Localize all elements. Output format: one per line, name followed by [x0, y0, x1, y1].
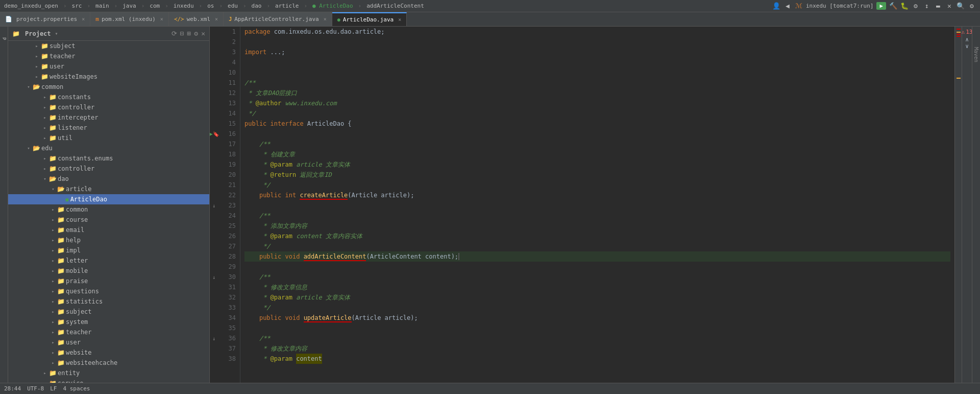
- folder-icon: 📂: [57, 186, 64, 193]
- status-bar: 28:44 UTF-8 LF 4 spaces: [0, 383, 980, 394]
- tab-article-dao[interactable]: ● ArticleDao.java ×: [332, 12, 407, 26]
- tree-item-email[interactable]: 📁 email: [8, 225, 209, 235]
- tree-item-user2[interactable]: 📁 user: [8, 337, 209, 347]
- folder-icon: 📁: [41, 73, 48, 80]
- tree-item-constants-enums[interactable]: 📁 constants.enums: [8, 153, 209, 164]
- code-line-31: * 修改文章信息: [244, 282, 950, 292]
- tree-item-statistics[interactable]: 📁 statistics: [8, 296, 209, 307]
- run-indicator[interactable]: ▶: [876, 2, 886, 10]
- status-position: 28:44: [4, 385, 21, 392]
- tree-arrow: [33, 64, 41, 69]
- tree-item-help[interactable]: 📁 help: [8, 235, 209, 245]
- tree-item-websiteehcache[interactable]: 📁 websiteehcache: [8, 358, 209, 368]
- implement-gutter-icon22[interactable]: ↓: [212, 203, 215, 208]
- folder-icon: 📁: [57, 257, 64, 264]
- tab-label: project.properties: [16, 16, 77, 22]
- tree-item-common[interactable]: 📂 common: [8, 82, 209, 92]
- tab-label: ArticleDao.java: [343, 16, 394, 23]
- close-sidebar-icon[interactable]: ✕: [201, 30, 205, 37]
- tree-item-questions[interactable]: 📁 questions: [8, 286, 209, 296]
- tree-item-util[interactable]: 📁 util: [8, 133, 209, 143]
- folder-icon: 📁: [57, 349, 64, 356]
- bc-java: java: [122, 3, 136, 9]
- tree-item-teacher1[interactable]: 📁 teacher: [8, 51, 209, 61]
- settings-gear-icon[interactable]: ⚙: [194, 30, 198, 37]
- tree-item-controller[interactable]: 📁 controller: [8, 102, 209, 112]
- dropdown-icon[interactable]: ▾: [55, 31, 58, 36]
- tree-item-listener[interactable]: 📁 listener: [8, 123, 209, 133]
- sync-icon[interactable]: ⟳: [172, 30, 177, 37]
- expand-icon[interactable]: ∧: [965, 36, 969, 43]
- tree-item-teacher2[interactable]: 📁 teacher: [8, 327, 209, 337]
- tree-item-article-folder[interactable]: 📂 article: [8, 184, 209, 194]
- tree-item-website[interactable]: 📁 website: [8, 347, 209, 358]
- tree-item-controller2[interactable]: 📁 controller: [8, 164, 209, 174]
- debug-icon[interactable]: 🐛: [900, 2, 909, 10]
- code-container[interactable]: ▶ 🔖 ↓: [210, 27, 962, 383]
- tree-arrow: [24, 84, 33, 89]
- tab-project-properties[interactable]: 📄 project.properties ×: [0, 12, 90, 26]
- bookmark-gutter-icon[interactable]: 🔖: [213, 131, 219, 137]
- tree-item-intercepter[interactable]: 📁 intercepter: [8, 112, 209, 123]
- filter-icon[interactable]: ⊞: [187, 30, 191, 37]
- tree-item-user1[interactable]: 📁 user: [8, 61, 209, 72]
- tree-item-service[interactable]: 📁 service: [8, 378, 209, 383]
- tab-close-btn[interactable]: ×: [82, 16, 85, 22]
- tab-close-btn[interactable]: ×: [398, 17, 401, 22]
- tree-item-subject2[interactable]: 📁 subject: [8, 307, 209, 317]
- build-icon[interactable]: 🔨: [889, 2, 897, 10]
- close-icon[interactable]: ✕: [945, 2, 953, 10]
- tree-item-websiteImages[interactable]: 📁 websiteImages: [8, 72, 209, 82]
- tree-item-system[interactable]: 📁 system: [8, 317, 209, 327]
- sidebar: 📁 Project ▾ ⟳ ⊟ ⊞ ⚙ ✕ 📁 subject: [8, 27, 210, 383]
- error-count: ⚠ 13: [962, 29, 973, 35]
- tree-item-edu[interactable]: 📂 edu: [8, 143, 209, 153]
- tree-arrow: [49, 289, 57, 294]
- search-icon[interactable]: 🔍: [957, 2, 965, 10]
- collapse-bottom-icon[interactable]: ∨: [965, 43, 969, 50]
- bc-com: com: [150, 3, 160, 9]
- folder-icon: 📂: [33, 145, 40, 152]
- tree-item-letter[interactable]: 📁 letter: [8, 256, 209, 266]
- tree-item-course[interactable]: 📁 course: [8, 215, 209, 225]
- error-marker: [957, 29, 961, 30]
- code-content[interactable]: package com.inxedu.os.edu.dao.article; i…: [240, 27, 954, 383]
- tab-close-btn[interactable]: ×: [215, 16, 218, 22]
- tree-item-entity[interactable]: 📁 entity: [8, 368, 209, 378]
- tab-bar: 📄 project.properties × m pom.xml (inxedu…: [0, 12, 980, 27]
- sidebar-content[interactable]: 📁 subject 📁 teacher 📁 user 📁 websiteIma: [8, 41, 209, 383]
- tree-item-articledao[interactable]: ● ArticleDao: [8, 194, 209, 204]
- settings-icon[interactable]: ⚙: [968, 2, 976, 10]
- tree-item-subject[interactable]: 📁 subject: [8, 41, 209, 51]
- code-line-13: * @author www.inxedu.com: [244, 98, 950, 108]
- tab-close-btn[interactable]: ×: [160, 16, 163, 22]
- tab-web-xml[interactable]: ≺/≻ web.xml ×: [169, 12, 224, 26]
- tab-close-btn[interactable]: ×: [324, 16, 327, 22]
- code-line-34: public void updateArticle(Article articl…: [244, 313, 950, 323]
- tree-arrow: [24, 146, 33, 151]
- tree-arrow: [49, 340, 57, 345]
- code-line-38: * @param content: [244, 354, 950, 364]
- user-icon[interactable]: 👤: [772, 2, 780, 10]
- code-line-2: [244, 37, 950, 47]
- tree-item-impl[interactable]: 📁 impl: [8, 245, 209, 256]
- tree-item-mobile[interactable]: 📁 mobile: [8, 266, 209, 276]
- tools-icon[interactable]: ⚙: [912, 2, 920, 10]
- maven-label[interactable]: Maven: [973, 47, 979, 62]
- code-line-27: */: [244, 241, 950, 251]
- implement-gutter-icon34[interactable]: ↓: [212, 336, 215, 341]
- vcs-icon[interactable]: ↕: [923, 2, 931, 10]
- tree-item-common2[interactable]: 📁 common: [8, 204, 209, 215]
- implement-gutter-icon28[interactable]: ↓: [212, 274, 215, 280]
- back-icon[interactable]: ◀: [783, 2, 792, 10]
- project-activity-icon[interactable]: P: [0, 27, 8, 47]
- collapse-icon[interactable]: ⊟: [180, 30, 184, 37]
- tab-pom-xml[interactable]: m pom.xml (inxedu) ×: [90, 12, 169, 26]
- tree-item-praise[interactable]: 📁 praise: [8, 276, 209, 286]
- line-numbers: 1 2 3 4 10 11 12 13 14 15 16 17 18 19 20…: [220, 27, 240, 383]
- tree-item-constants[interactable]: 📁 constants: [8, 92, 209, 102]
- folder-icon: 📁: [49, 114, 56, 121]
- tree-item-dao[interactable]: 📂 dao: [8, 174, 209, 184]
- tab-app-controller[interactable]: J AppArticleController.java ×: [224, 12, 332, 26]
- terminal-icon[interactable]: ▬: [934, 2, 942, 10]
